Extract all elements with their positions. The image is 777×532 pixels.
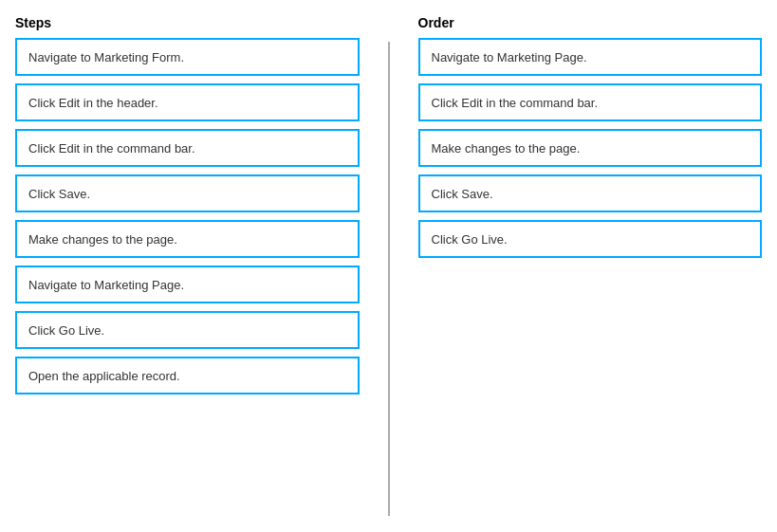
order-column: Order Navigate to Marketing Page. Click … bbox=[418, 15, 763, 266]
order-item-4[interactable]: Click Save. bbox=[418, 174, 763, 212]
column-divider bbox=[388, 42, 390, 516]
step-item-5[interactable]: Make changes to the page. bbox=[15, 220, 360, 258]
order-item-5[interactable]: Click Go Live. bbox=[418, 220, 763, 258]
step-item-7[interactable]: Click Go Live. bbox=[15, 311, 360, 349]
main-container: Steps Navigate to Marketing Form. Click … bbox=[15, 15, 762, 516]
step-item-2[interactable]: Click Edit in the header. bbox=[15, 83, 360, 121]
order-item-2[interactable]: Click Edit in the command bar. bbox=[418, 83, 763, 121]
order-item-3[interactable]: Make changes to the page. bbox=[418, 129, 763, 167]
step-item-6[interactable]: Navigate to Marketing Page. bbox=[15, 266, 360, 303]
order-header: Order bbox=[418, 15, 763, 30]
step-item-1[interactable]: Navigate to Marketing Form. bbox=[15, 38, 360, 76]
step-item-4[interactable]: Click Save. bbox=[15, 174, 360, 212]
steps-column: Steps Navigate to Marketing Form. Click … bbox=[15, 15, 360, 402]
steps-header: Steps bbox=[15, 15, 360, 30]
step-item-8[interactable]: Open the applicable record. bbox=[15, 357, 360, 394]
order-item-1[interactable]: Navigate to Marketing Page. bbox=[418, 38, 763, 76]
step-item-3[interactable]: Click Edit in the command bar. bbox=[15, 129, 360, 167]
